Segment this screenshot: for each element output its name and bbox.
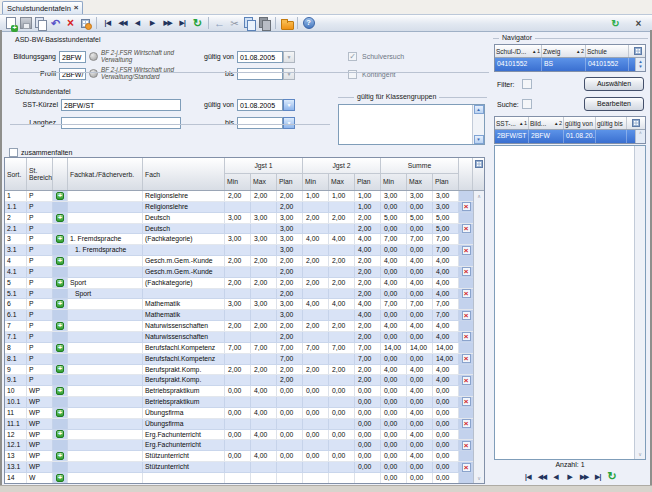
cell-bereich[interactable]: WP bbox=[27, 408, 53, 418]
cell-value[interactable]: 1,00 bbox=[355, 202, 381, 212]
cell-value[interactable]: 0,00 bbox=[381, 386, 407, 396]
cell-fachkat[interactable] bbox=[68, 321, 143, 331]
cell-value[interactable] bbox=[251, 245, 277, 255]
cell-value[interactable] bbox=[225, 289, 251, 299]
nav-prev-icon[interactable] bbox=[130, 16, 145, 31]
cell-value[interactable] bbox=[329, 462, 355, 472]
cell-value[interactable]: 7,00 bbox=[251, 343, 277, 353]
cell-fach[interactable] bbox=[143, 289, 225, 299]
table-row[interactable]: 11WP+Übungsfirma0,004,000,000,000,000,00… bbox=[5, 408, 473, 419]
cell-value[interactable]: 7,00 bbox=[277, 343, 303, 353]
cell-fachkat[interactable] bbox=[68, 354, 143, 364]
table-row[interactable]: 8P+Berufsfachl.Kompetenz7,007,007,007,00… bbox=[5, 343, 473, 354]
table-row[interactable]: 6.1PMathematik3,004,000,000,007,00× bbox=[5, 310, 473, 321]
cell-value[interactable]: 4,00 bbox=[355, 234, 381, 244]
cell-value[interactable]: 4,00 bbox=[407, 408, 433, 418]
cell-value[interactable]: 4,00 bbox=[433, 256, 459, 266]
cell-fach[interactable]: Berufsprakt.Komp. bbox=[143, 375, 225, 385]
cell-value[interactable]: 0,00 bbox=[355, 397, 381, 407]
cell-bereich[interactable]: P bbox=[27, 354, 53, 364]
cell-value[interactable]: 3,00 bbox=[225, 234, 251, 244]
cell-value[interactable]: 4,00 bbox=[433, 267, 459, 277]
cell-value[interactable]: 2,00 bbox=[277, 321, 303, 331]
delete-record-icon[interactable] bbox=[63, 16, 78, 31]
cell-fach[interactable]: Berufsprakt.Komp. bbox=[143, 365, 225, 375]
sst-bis-dropdown[interactable]: ▼ bbox=[283, 117, 295, 129]
nav-table-row-selected[interactable]: 2BFW/ST2BFW01.08.20... bbox=[495, 130, 637, 143]
close-pane-icon[interactable] bbox=[631, 16, 646, 31]
cell-fachkat[interactable] bbox=[68, 430, 143, 440]
cell-value[interactable]: 0,00 bbox=[433, 440, 459, 450]
cell-fach[interactable]: Übungsfirma bbox=[143, 419, 225, 429]
cell-value[interactable]: 7,00 bbox=[355, 343, 381, 353]
cell-value[interactable]: 0,00 bbox=[407, 419, 433, 429]
cell-fach[interactable] bbox=[143, 473, 225, 483]
nav-prev-icon[interactable] bbox=[550, 470, 563, 483]
cell-value[interactable]: 2,00 bbox=[355, 267, 381, 277]
sst-kuerzel-field[interactable]: 2BFW/ST bbox=[61, 99, 181, 111]
cell-value[interactable]: 0,00 bbox=[407, 440, 433, 450]
cell-value[interactable]: 2,00 bbox=[355, 365, 381, 375]
add-row-icon[interactable]: + bbox=[56, 387, 64, 395]
cell-bereich[interactable]: WP bbox=[27, 397, 53, 407]
cell-value[interactable]: 0,00 bbox=[329, 430, 355, 440]
table-row[interactable]: 10WP+Betriebspraktikum0,004,000,000,000,… bbox=[5, 386, 473, 397]
cell-value[interactable]: 2,00 bbox=[355, 289, 381, 299]
cell-value[interactable]: 2,00 bbox=[277, 278, 303, 288]
cell-value[interactable]: 0,00 bbox=[303, 451, 329, 461]
cell-value[interactable]: 0,00 bbox=[381, 310, 407, 320]
cell-fachkat[interactable]: 1. Fremdsprache bbox=[68, 234, 143, 244]
cell-value[interactable]: 2,00 bbox=[251, 191, 277, 201]
basis-bis-dropdown[interactable]: ▼ bbox=[283, 68, 295, 80]
cell-value[interactable]: 4,00 bbox=[251, 430, 277, 440]
cell-fachkat[interactable]: Sport bbox=[68, 289, 143, 299]
switch-pane-icon[interactable] bbox=[608, 16, 623, 31]
table-row[interactable]: 2.1PDeutsch3,002,000,000,005,00× bbox=[5, 224, 473, 235]
cell-fach[interactable]: Religionslehre bbox=[143, 202, 225, 212]
cell-value[interactable]: 2,00 bbox=[355, 224, 381, 234]
cell-value[interactable] bbox=[303, 440, 329, 450]
cell-value[interactable]: 14,00 bbox=[433, 343, 459, 353]
cell-value[interactable] bbox=[251, 440, 277, 450]
cell-value[interactable]: 4,00 bbox=[433, 365, 459, 375]
cell-value[interactable]: 0,00 bbox=[381, 354, 407, 364]
cell-fachkat[interactable] bbox=[68, 256, 143, 266]
cell-bereich[interactable]: P bbox=[27, 213, 53, 223]
cell-value[interactable]: 2,00 bbox=[277, 289, 303, 299]
add-row-icon[interactable]: + bbox=[56, 474, 64, 482]
nav-last-icon[interactable] bbox=[175, 16, 190, 31]
cell-fachkat[interactable] bbox=[68, 191, 143, 201]
cell-value[interactable]: 0,00 bbox=[225, 430, 251, 440]
cell-fachkat[interactable]: Sport bbox=[68, 278, 143, 288]
cell-value[interactable]: 2,00 bbox=[355, 256, 381, 266]
cell-value[interactable]: 5,00 bbox=[433, 213, 459, 223]
table-row[interactable]: 11.1WPÜbungsfirma0,000,000,000,00× bbox=[5, 419, 473, 430]
cell-value[interactable] bbox=[225, 202, 251, 212]
nav-column-header[interactable]: Bild...▲2 bbox=[529, 117, 564, 129]
cell-value[interactable] bbox=[277, 419, 303, 429]
delete-row-icon[interactable]: × bbox=[462, 354, 471, 363]
undo-icon[interactable] bbox=[48, 16, 63, 31]
cell-value[interactable]: 0,00 bbox=[381, 245, 407, 255]
cell-fach[interactable]: Religionslehre bbox=[143, 191, 225, 201]
cell-value[interactable]: 4,00 bbox=[433, 321, 459, 331]
cell-bereich[interactable]: P bbox=[27, 310, 53, 320]
delete-row-icon[interactable]: × bbox=[462, 441, 471, 450]
cell-value[interactable]: 4,00 bbox=[381, 278, 407, 288]
cell-value[interactable]: 0,00 bbox=[381, 397, 407, 407]
nav-grid-options-button[interactable] bbox=[627, 117, 645, 129]
cell-value[interactable]: 2,00 bbox=[355, 213, 381, 223]
cell-value[interactable]: 7,00 bbox=[381, 299, 407, 309]
cell-value[interactable] bbox=[251, 419, 277, 429]
cell-value[interactable]: 0,00 bbox=[381, 462, 407, 472]
cell-value[interactable]: 0,00 bbox=[225, 386, 251, 396]
cell-fach[interactable]: Gesch.m.Gem.-Kunde bbox=[143, 256, 225, 266]
basis-gueltig-von-dropdown[interactable]: ▼ bbox=[283, 51, 295, 63]
add-row-icon[interactable]: + bbox=[56, 192, 64, 200]
cell-value[interactable]: 4,00 bbox=[355, 245, 381, 255]
copy-icon[interactable] bbox=[242, 16, 257, 31]
cell-value[interactable]: 4,00 bbox=[407, 430, 433, 440]
cell-value[interactable]: 0,00 bbox=[407, 202, 433, 212]
schulversuch-checkbox[interactable]: ✓ bbox=[348, 52, 357, 61]
cell-value[interactable] bbox=[251, 462, 277, 472]
